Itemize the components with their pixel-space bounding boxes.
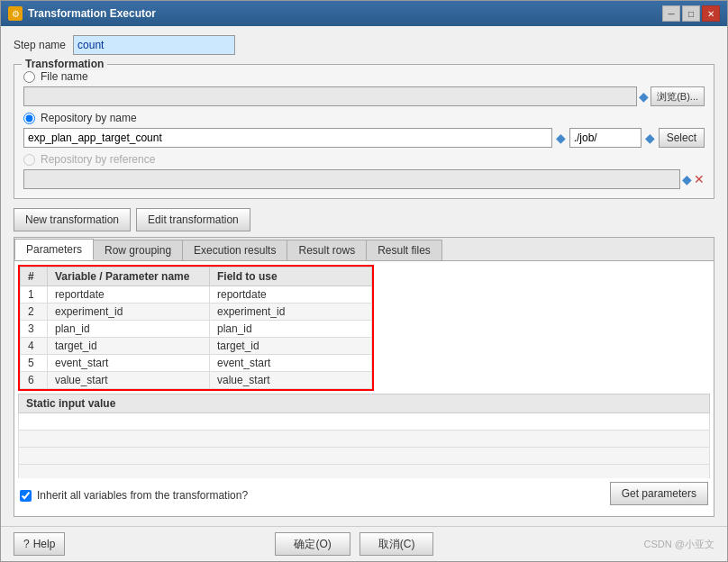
edit-transformation-button[interactable]: Edit transformation [136,208,250,231]
repo-by-name-radio-row: Repository by name [23,112,705,124]
get-parameters-button[interactable]: Get parameters [610,482,708,505]
static-row-2 [19,431,710,448]
action-buttons: New transformation Edit transformation [14,208,714,231]
file-name-input-row: ◆ 浏览(B)... [23,86,705,106]
col-header-field: Field to use [210,267,372,286]
row-6-num: 6 [21,372,48,389]
table-row: 4 target_id target_id [21,338,372,355]
repo-ref-x-icon: ✕ [694,172,705,186]
repo-path-diamond-icon: ◆ [645,131,655,145]
maximize-button[interactable]: □ [682,5,700,22]
row-2-name: experiment_id [48,304,210,321]
new-transformation-button[interactable]: New transformation [14,208,131,231]
table-row: 3 plan_id plan_id [21,321,372,338]
row-2-num: 2 [21,304,48,321]
step-name-input[interactable] [73,35,235,55]
title-bar-controls: ─ □ ✕ [662,5,720,22]
transformation-group-label: Transformation [22,58,107,70]
app-icon: ⚙ [8,6,23,21]
file-name-diamond-icon: ◆ [639,89,649,104]
col-header-static: Static input value [19,394,710,413]
table-row: 6 value_start value_start [21,372,372,389]
tab-bottom-bar: Inherit all variables from the transform… [18,478,710,512]
inherit-checkbox-row: Inherit all variables from the transform… [20,484,248,507]
repo-name-diamond-icon: ◆ [556,131,566,145]
row-1-field: reportdate [210,286,372,304]
row-4-field: target_id [210,338,372,355]
col-header-num: # [21,267,48,286]
table-row: 1 reportdate reportdate [21,286,372,304]
repo-ref-input[interactable] [23,169,680,189]
static-header-row: Static input value [19,394,710,413]
params-table-wrapper: # Variable / Parameter name Field to use… [18,265,374,391]
table-scroll-area: # Variable / Parameter name Field to use… [18,265,710,478]
title-bar: ⚙ Transformation Executor ─ □ ✕ [1,1,727,26]
repo-by-name-label: Repository by name [41,112,137,124]
repo-name-input[interactable] [23,128,552,148]
cancel-button[interactable]: 取消(C) [359,532,434,556]
footer-left: ? Help [14,532,65,556]
title-bar-left: ⚙ Transformation Executor [8,6,156,21]
col-header-name: Variable / Parameter name [48,267,210,286]
tab-result-files[interactable]: Result files [366,240,442,260]
main-window: ⚙ Transformation Executor ─ □ ✕ Step nam… [0,0,728,562]
table-header-row: # Variable / Parameter name Field to use [21,267,372,286]
tab-result-rows[interactable]: Result rows [287,240,367,260]
repo-by-ref-radio-row: Repository by reference [23,153,705,166]
file-name-label: File name [41,70,88,83]
row-3-field: plan_id [210,321,372,338]
row-4-name: target_id [48,338,210,355]
tab-row-grouping[interactable]: Row grouping [93,240,183,260]
row-1-name: reportdate [48,286,210,304]
main-content: Step name Transformation File name ◆ 浏览(… [1,26,727,526]
tabs-container: Parameters Row grouping Execution result… [14,237,714,517]
watermark-text: CSDN @小亚文 [644,538,714,551]
step-name-row: Step name [14,35,714,55]
transformation-group: Transformation File name ◆ 浏览(B)... Repo… [14,64,714,199]
footer-bar: ? Help 确定(O) 取消(C) CSDN @小亚文 [1,526,727,561]
window-title: Transformation Executor [28,7,156,20]
help-button[interactable]: ? Help [14,532,65,556]
table-row: 5 event_start event_start [21,355,372,372]
repo-by-ref-input-row: ◆ ✕ [23,169,705,189]
tab-content-parameters: # Variable / Parameter name Field to use… [14,261,714,516]
footer-center: 确定(O) 取消(C) [275,532,433,556]
close-button[interactable]: ✕ [702,5,720,22]
file-name-radio[interactable] [23,71,35,83]
step-name-label: Step name [14,39,66,51]
repo-by-name-input-row: ◆ ◆ Select [23,128,705,148]
row-3-name: plan_id [48,321,210,338]
repo-by-ref-radio[interactable] [23,154,35,166]
tabs-header: Parameters Row grouping Execution result… [14,238,714,261]
row-4-num: 4 [21,338,48,355]
static-row-1 [19,413,710,431]
repo-ref-diamond-icon: ◆ [682,172,692,186]
row-3-num: 3 [21,321,48,338]
repo-path-input[interactable] [569,128,642,148]
row-5-name: event_start [48,355,210,372]
file-name-input[interactable] [23,86,637,106]
table-body: 1 reportdate reportdate 2 experiment_id … [21,286,372,389]
row-5-num: 5 [21,355,48,372]
ok-button[interactable]: 确定(O) [275,532,350,556]
row-6-field: value_start [210,372,372,389]
table-row: 2 experiment_id experiment_id [21,304,372,321]
row-2-field: experiment_id [210,304,372,321]
row-5-field: event_start [210,355,372,372]
repo-by-ref-label: Repository by reference [41,153,155,166]
select-button[interactable]: Select [659,128,705,148]
inherit-checkbox[interactable] [20,490,32,502]
browse-button[interactable]: 浏览(B)... [651,86,705,106]
tab-content-inner: # Variable / Parameter name Field to use… [18,265,710,512]
row-6-name: value_start [48,372,210,389]
static-body [19,413,710,479]
static-row-4 [19,465,710,479]
tab-parameters[interactable]: Parameters [14,239,94,260]
tab-execution-results[interactable]: Execution results [182,240,287,260]
params-table: # Variable / Parameter name Field to use… [20,267,372,389]
repo-by-name-radio[interactable] [23,113,35,124]
static-row-3 [19,448,710,465]
minimize-button[interactable]: ─ [662,5,680,22]
file-name-radio-row: File name [23,70,705,83]
inherit-label: Inherit all variables from the transform… [37,489,248,502]
